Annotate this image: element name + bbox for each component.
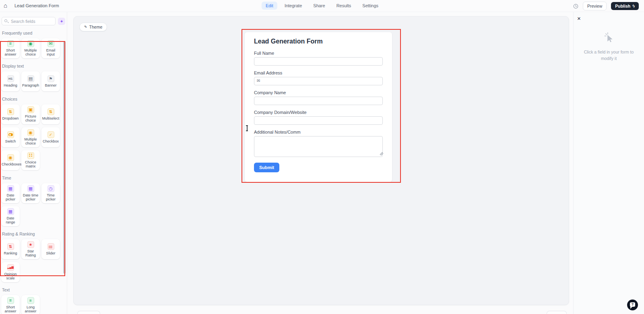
version-history-icon[interactable] [573,4,578,9]
field-label-email-address: Email Address [254,70,383,75]
field-tile-star-rating[interactable]: Star Rating [21,239,40,259]
section-header-text: Text [2,287,67,292]
sidebar-sections: Frequently usedShort answerMultiple choi… [0,31,67,314]
field-tile-label: Choice matrix [22,160,39,169]
envelope-icon: ✉ [257,78,260,83]
field-tile-email-input[interactable]: Email input [41,38,60,58]
close-icon[interactable]: × [577,15,581,21]
preview-button[interactable]: Preview [583,2,607,10]
field-tile-long-answer[interactable]: Long answer [21,295,40,314]
section-header-rating-ranking: Rating & Ranking [2,231,67,236]
switch-icon [7,131,14,138]
field-tile-label: Short answer [2,305,19,314]
heading-icon [7,75,14,82]
email-input-icon [47,40,54,47]
tab-integrate[interactable]: Integrate [281,2,306,10]
field-tile-picture-choice[interactable]: Picture choice [21,104,40,124]
field-tile-date-range[interactable]: Date range [1,206,20,226]
field-tile-short-answer[interactable]: Short answer [1,295,20,314]
field-tile-ranking[interactable]: Ranking [1,239,20,259]
picture-choice-icon [27,106,34,113]
slider-icon [47,243,54,250]
field-tile-banner[interactable]: Banner [41,71,60,91]
paragraph-icon [27,75,34,82]
field-tile-label: Ranking [4,251,17,255]
topbar: ⌂ Lead Generation Form EditIntegrateShar… [0,0,644,12]
field-label-full-name: Full Name [254,51,383,56]
publish-button-label: Publish [615,4,630,8]
section-header-time: Time [2,176,67,180]
field-tile-checkboxes[interactable]: Checkboxes [1,150,20,170]
textarea-additional-notes-comm[interactable] [254,136,383,157]
field-tile-label: Email input [42,48,60,57]
field-tile-label: Slider [46,251,55,255]
theme-button-label: Theme [89,25,103,29]
sidebar-scrollbar[interactable] [63,41,66,274]
section-header-display-text: Display text [2,64,67,68]
field-tile-label: Switch [5,139,16,143]
tab-edit[interactable]: Edit [262,2,277,10]
field-tile-short-answer[interactable]: Short answer [1,38,20,58]
field-tile-choice-matrix[interactable]: Choice matrix [21,150,40,170]
field-tile-label: Long answer [22,305,39,314]
input-company-name[interactable] [254,97,383,105]
topbar-nav: EditIntegrateShareResultsSettings [262,2,382,10]
field-tile-multiple-choice[interactable]: Multiple choice [21,38,40,58]
next-page-theme-button-partial[interactable] [77,311,100,314]
field-tile-label: Date picker [2,193,19,202]
text-cursor-icon [246,125,248,131]
section-header-choices: Choices [2,97,67,101]
field-tile-label: Date range [2,216,19,225]
search-input[interactable] [2,17,56,25]
dropdown-icon [7,108,14,115]
input-full-name[interactable] [254,57,383,66]
opinion-scale-icon [7,264,14,271]
input-company-domain-website[interactable] [254,116,383,125]
form-name-title: Lead Generation Form [14,3,59,8]
field-tile-heading[interactable]: Heading [1,71,20,91]
topbar-actions: Preview Publish ϟ [573,0,639,12]
publish-button[interactable]: Publish ϟ [611,2,639,10]
field-tile-multiselect[interactable]: Multiselect [41,104,60,124]
field-tile-switch[interactable]: Switch [1,127,20,147]
form-fields: Full NameEmail Address✉Company NameCompa… [254,51,383,157]
star-rating-icon [27,241,34,248]
field-tile-label: Heading [4,83,17,87]
field-tile-label: Paragraph [22,83,39,87]
tab-results[interactable]: Results [332,2,355,10]
field-tile-multiple-choice[interactable]: Multiple choice [21,127,40,147]
tab-share[interactable]: Share [309,2,329,10]
multiple-choice-icon [27,129,34,136]
field-tile-date-time-picker[interactable]: Date time picker [21,183,40,203]
chat-bubble-icon: ? [630,302,635,307]
form-card[interactable]: Lead Generation Form Full NameEmail Addr… [245,32,392,182]
home-icon[interactable]: ⌂ [4,2,7,9]
field-tile-opinion-scale[interactable]: Opinion scale [1,262,20,282]
checkboxes-icon [7,154,14,161]
field-tile-date-picker[interactable]: Date picker [1,183,20,203]
sparkles-button[interactable]: ✦ [58,18,65,25]
chat-button[interactable]: ? [627,300,638,310]
field-label-company-domain-website: Company Domain/Website [254,110,383,115]
theme-button[interactable]: ✎ Theme [79,23,107,31]
canvas: ✎ Theme Lead Generation Form Full NameEm… [73,16,569,305]
field-tile-paragraph[interactable]: Paragraph [21,71,40,91]
field-tile-label: Banner [45,83,56,87]
field-tile-slider[interactable]: Slider [41,239,60,259]
date-range-icon [7,208,14,215]
ranking-icon [7,243,14,250]
tab-settings[interactable]: Settings [358,2,382,10]
multiselect-icon [47,108,54,115]
lightning-icon: ϟ [632,4,635,8]
canvas-control-button-partial[interactable] [547,311,567,314]
choice-matrix-icon [27,152,34,159]
search-icon [4,19,7,22]
field-tile-label: Star Rating [22,249,39,258]
submit-button[interactable]: Submit [254,163,279,172]
field-tile-dropdown[interactable]: Dropdown [1,104,20,124]
field-tile-label: Picture choice [22,114,39,123]
input-email-address[interactable] [254,77,383,85]
field-tile-time-picker[interactable]: Time picker [41,183,60,203]
resize-handle-icon[interactable] [380,152,383,155]
field-tile-checkbox[interactable]: Checkbox [41,127,60,147]
